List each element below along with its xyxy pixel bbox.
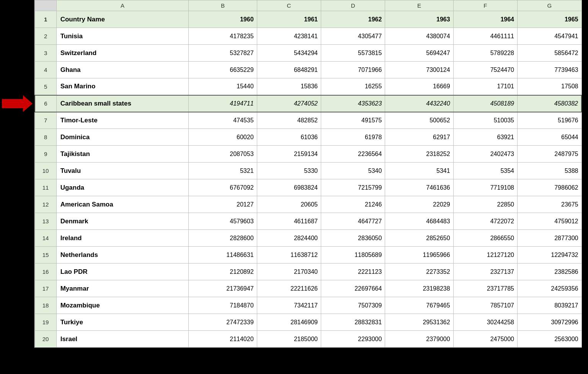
number-cell: 20605 [257,196,321,213]
country-cell: Tunisia [56,28,189,45]
number-cell: 2236564 [321,146,385,163]
number-cell: 7461636 [385,179,453,196]
number-cell: 6848291 [257,62,321,78]
table-row: 16Lao PDR2120892217034022211232273352232… [35,263,581,280]
table-row: 18Mozambique7184870734211775073097679465… [35,297,581,314]
red-arrow [2,95,33,112]
col-header-d: D [321,0,385,11]
col-header-b: B [189,0,257,11]
number-cell: 4611687 [257,213,321,230]
country-cell: Netherlands [56,247,189,263]
country-cell: Tuvalu [56,163,189,179]
number-cell: 2866550 [453,230,517,247]
col-header-g: G [518,0,581,11]
number-cell: 5789228 [453,45,517,62]
number-cell: 2824400 [257,230,321,247]
number-cell: 2379000 [385,331,453,348]
number-cell: 27472339 [189,314,257,331]
number-cell: 4759012 [518,213,581,230]
number-cell: 500652 [385,112,453,129]
country-cell: Dominica [56,129,189,146]
number-cell: 22029 [385,196,453,213]
row-num-18: 18 [35,297,56,314]
table-row: 17Myanmar2173694722211626226976642319823… [35,280,581,297]
country-cell: Denmark [56,213,189,230]
number-cell: 12127120 [453,247,517,263]
number-cell: 28146909 [257,314,321,331]
number-cell: 2120892 [189,263,257,280]
number-cell: 28832831 [321,314,385,331]
col-header-f: F [453,0,517,11]
number-cell: 2487975 [518,146,581,163]
number-cell: 7300124 [385,62,453,78]
number-cell: 5694247 [385,45,453,62]
table-row: 9Tajikistan20870532159134223656423182522… [35,146,581,163]
country-cell: Ireland [56,230,189,247]
number-cell: 23198238 [385,280,453,297]
number-cell: 4353623 [321,95,385,112]
row-num-10: 10 [35,163,56,179]
header-1963: 1963 [385,11,453,28]
number-cell: 4305477 [321,28,385,45]
country-cell: Switzerland [56,45,189,62]
header-data-row: 1 Country Name 1960 1961 1962 1963 1964 … [35,11,581,28]
country-cell: San Marino [56,78,189,95]
number-cell: 2877300 [518,230,581,247]
table-row: 11Uganda67670926983824721579974616367719… [35,179,581,196]
number-cell: 2293000 [321,331,385,348]
number-cell: 4684483 [385,213,453,230]
number-cell: 63921 [453,129,517,146]
row-num-12: 12 [35,196,56,213]
row-num-6: 6 [35,95,56,112]
row-num-2: 2 [35,28,56,45]
number-cell: 11965966 [385,247,453,263]
number-cell: 2318252 [385,146,453,163]
number-cell: 65044 [518,129,581,146]
number-cell: 5434294 [257,45,321,62]
number-cell: 61036 [257,129,321,146]
number-cell: 4432240 [385,95,453,112]
row-num-15: 15 [35,247,56,263]
header-1960: 1960 [189,11,257,28]
corner-cell [35,0,56,11]
table-row: 8Dominica600206103661978629176392165044 [35,129,581,146]
number-cell: 2828600 [189,230,257,247]
col-header-a: A [56,0,189,11]
country-cell: Lao PDR [56,263,189,280]
number-cell: 22850 [453,196,517,213]
table-row: 4Ghana6635229684829170719667300124752447… [35,62,581,78]
number-cell: 22697664 [321,280,385,297]
number-cell: 2852650 [385,230,453,247]
row-num-3: 3 [35,45,56,62]
row-num-14: 14 [35,230,56,247]
number-cell: 7071966 [321,62,385,78]
number-cell: 11638712 [257,247,321,263]
row-num-8: 8 [35,129,56,146]
number-cell: 62917 [385,129,453,146]
country-cell: Ghana [56,62,189,78]
number-cell: 5573815 [321,45,385,62]
table-row: 2Tunisia41782354238141430547743800744461… [35,28,581,45]
number-cell: 7986062 [518,179,581,196]
number-cell: 15836 [257,78,321,95]
number-cell: 30972996 [518,314,581,331]
country-cell: Israel [56,331,189,348]
number-cell: 23717785 [453,280,517,297]
row-num-16: 16 [35,263,56,280]
number-cell: 4274052 [257,95,321,112]
number-cell: 16669 [385,78,453,95]
col-header-e: E [385,0,453,11]
number-cell: 482852 [257,112,321,129]
number-cell: 11486631 [189,247,257,263]
number-cell: 4508189 [453,95,517,112]
number-cell: 5340 [321,163,385,179]
row-num-13: 13 [35,213,56,230]
row-num-4: 4 [35,62,56,78]
svg-marker-0 [2,95,33,112]
col-header-c: C [257,0,321,11]
header-country: Country Name [56,11,189,28]
number-cell: 2185000 [257,331,321,348]
table-row: 15Netherlands114866311163871211805689119… [35,247,581,263]
table-row: 12American Samoa201272060521246220292285… [35,196,581,213]
number-cell: 5388 [518,163,581,179]
